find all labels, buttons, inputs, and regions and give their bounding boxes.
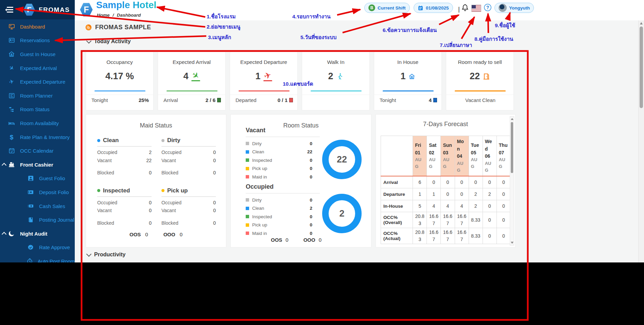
scroll-up-icon[interactable] bbox=[511, 118, 514, 120]
sidebar-item-expected-departure[interactable]: ✈Expected Departure bbox=[0, 75, 75, 89]
card-accent-bar bbox=[383, 90, 434, 91]
sidebar-item-cash-sales[interactable]: Cash Sales bbox=[0, 199, 75, 213]
forecast-cell: 4 bbox=[455, 200, 469, 212]
legend-row: Maid in0 bbox=[246, 173, 312, 181]
scroll-down-icon[interactable] bbox=[511, 242, 514, 244]
legend-label: Clean bbox=[252, 149, 264, 154]
forecast-corner-cell bbox=[381, 136, 413, 176]
card-divider bbox=[302, 95, 369, 95]
breadcrumb-home[interactable]: Home bbox=[97, 13, 110, 18]
forecast-cell: 0 bbox=[483, 212, 497, 228]
sidebar-item-room-status[interactable]: Room Status bbox=[0, 103, 75, 117]
forecast-cell: 16.67 bbox=[455, 212, 469, 228]
legend-swatch-icon bbox=[246, 167, 249, 170]
sidebar-item-guest-in-house[interactable]: Guest In House bbox=[0, 47, 75, 61]
sidebar-item-dashboard[interactable]: Dashboard bbox=[0, 20, 75, 34]
scroll-up-icon[interactable] bbox=[640, 22, 643, 24]
sidebar-item-expected-arrival[interactable]: ✈Expected Arrival bbox=[0, 61, 75, 75]
legend-swatch-icon bbox=[246, 223, 249, 227]
legend-row: Pick up0 bbox=[246, 221, 312, 229]
maid-row: Blocked0 bbox=[161, 219, 216, 227]
maid-row: Blocked0 bbox=[97, 219, 152, 227]
oos-count: OOS0 bbox=[271, 237, 289, 243]
sidebar-menu: DashboardReservationsGuest In House✈Expe… bbox=[0, 20, 75, 268]
journal-icon bbox=[27, 217, 35, 223]
forecast-scrollbar[interactable] bbox=[510, 116, 514, 245]
card-divider bbox=[446, 95, 514, 95]
badge-check-icon bbox=[27, 244, 35, 251]
card-expected-arrival[interactable]: Expected Arrival4✈Arrival2 / 6 bbox=[158, 52, 226, 110]
forecast-cell: 0 bbox=[427, 176, 441, 188]
card-expected-departure[interactable]: Expected Departure1✈Departed0 / 1 bbox=[230, 52, 298, 110]
maid-group-clean: CleanOccupied2Vacant22Blocked0 bbox=[97, 137, 152, 177]
forecast-table: Fri01AUGSat02AUGSun03AUGMon04AUGTue05AUG… bbox=[381, 136, 511, 244]
status-dot-icon bbox=[161, 139, 164, 142]
scroll-thumb[interactable] bbox=[640, 27, 643, 108]
maid-group-dirty: DirtyOccupied0Vacant0Blocked0 bbox=[161, 137, 216, 177]
sidebar-item-room-planner[interactable]: Room Planner bbox=[0, 89, 75, 103]
monitor-icon bbox=[7, 23, 16, 30]
legend-swatch-icon bbox=[246, 207, 249, 210]
forecast-day-header: Sun03AUG bbox=[441, 136, 455, 176]
donut-chart-vacant: 22 bbox=[322, 140, 362, 179]
chevron-up-icon[interactable] bbox=[2, 232, 6, 237]
forecast-cell: 2 bbox=[469, 200, 483, 212]
card-accent-bar bbox=[455, 90, 506, 91]
language-flag-icon[interactable] bbox=[471, 5, 481, 12]
sidebar-item-label: Front Cashier bbox=[20, 162, 53, 168]
current-shift-button[interactable]: B Current Shift bbox=[364, 3, 410, 13]
forecast-row-label: In-House bbox=[381, 200, 413, 212]
card-value: 1✈ bbox=[230, 71, 297, 82]
user-menu-button[interactable]: Yongyuth bbox=[494, 3, 534, 13]
menu-toggle-icon[interactable] bbox=[5, 7, 13, 13]
forecast-cell: 2 bbox=[469, 188, 483, 200]
card-walk-in[interactable]: Walk In2 bbox=[302, 52, 370, 110]
forecast-cell: 0 bbox=[455, 188, 469, 200]
system-date-button[interactable]: 01/08/2025 bbox=[414, 3, 453, 13]
card-divider bbox=[374, 95, 441, 95]
sidebar-item-rate-approve[interactable]: Rate Approve bbox=[0, 241, 75, 255]
sidebar-item-room-availability[interactable]: Room Availability bbox=[0, 116, 75, 130]
chevron-up-icon[interactable] bbox=[2, 163, 6, 168]
forecast-cell: 20.83 bbox=[413, 212, 427, 228]
sidebar-item-label: Rate Plan & Inventory bbox=[20, 134, 70, 140]
legend-label: Maid in bbox=[252, 174, 267, 179]
sidebar-item-deposit-folio[interactable]: Deposit Folio bbox=[0, 185, 75, 199]
annotation-label: 7.เปลี่ยนภาษา bbox=[440, 41, 472, 49]
sidebar-item-label: Expected Arrival bbox=[20, 65, 57, 71]
house-person-icon bbox=[408, 73, 415, 80]
room-status-panel: Room Status VacantDirty0Clean22Inspected… bbox=[230, 114, 371, 247]
breadcrumb: Home / Dashboard bbox=[97, 13, 142, 18]
sidebar-item-posting-journal[interactable]: Posting Journal bbox=[0, 213, 75, 227]
card-occupancy[interactable]: Occupancy4.17 %Tonight25% bbox=[86, 52, 154, 110]
sidebar-item-occ-calendar[interactable]: OCC Calendar bbox=[0, 144, 75, 158]
card-value: 4.17 % bbox=[86, 71, 153, 82]
sidebar-item-reservations[interactable]: Reservations bbox=[0, 34, 75, 48]
forecast-cell: 0 bbox=[469, 176, 483, 188]
sidebar-item-label: Expected Departure bbox=[20, 79, 65, 85]
page-title: FROMAS SAMPLE bbox=[95, 24, 151, 31]
help-icon[interactable]: ? bbox=[484, 4, 491, 11]
sidebar-item-guest-folio[interactable]: Guest Folio bbox=[0, 172, 75, 186]
sidebar-item-rate-plan-inventory[interactable]: $Rate Plan & Inventory bbox=[0, 130, 75, 144]
forecast-cell: 0 bbox=[441, 188, 455, 200]
productivity-section-header[interactable]: Productivity bbox=[87, 252, 125, 258]
scroll-thumb[interactable] bbox=[511, 122, 513, 173]
card-room-ready-to-sell[interactable]: Room ready to sell22Vacant Clean bbox=[446, 52, 514, 110]
system-date: 01/08/2025 bbox=[426, 5, 449, 11]
card-divider bbox=[158, 95, 225, 95]
today-activity-cards: Occupancy4.17 %Tonight25%Expected Arriva… bbox=[86, 52, 514, 110]
today-activity-section-header[interactable]: Today Activity bbox=[87, 38, 131, 45]
forecast-row: Arrival6000000 bbox=[381, 176, 511, 188]
sidebar-item-front-cashier[interactable]: Front Cashier bbox=[0, 158, 75, 172]
card-in-house[interactable]: In House1Tonight4 bbox=[374, 52, 442, 110]
legend-label: Dirty bbox=[252, 198, 262, 203]
sidebar-item-night-audit[interactable]: Night Audit bbox=[0, 227, 75, 241]
legend-swatch-icon bbox=[246, 215, 249, 218]
hotel-name: Sample Hotel bbox=[96, 0, 156, 11]
sidebar-item-label: Deposit Folio bbox=[39, 189, 69, 195]
annotation-label: 6.ข้อความการแจ้งเตือน bbox=[383, 26, 437, 34]
card-footer-label: Tonight bbox=[380, 97, 396, 103]
notification-bell-icon[interactable] bbox=[461, 3, 469, 14]
card-footer: Tonight25% bbox=[91, 97, 149, 103]
